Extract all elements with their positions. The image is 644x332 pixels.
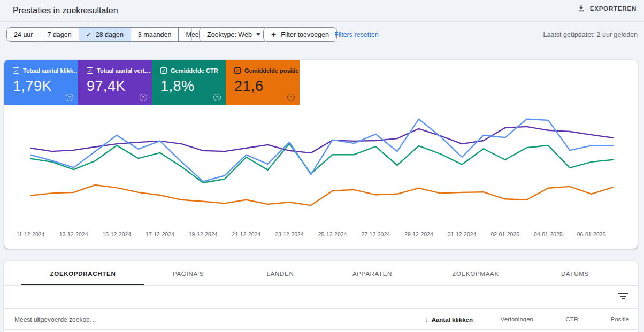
metric-value: 97,4K [87,78,152,95]
x-axis-label: 13-12-2024 [59,231,88,237]
last-updated-text: Laatst geüpdatet: 2 uur geleden [543,31,638,38]
metric-value: 1,8% [160,78,226,95]
x-axis-label: 25-12-2024 [318,231,347,237]
help-icon[interactable]: ? [66,94,73,101]
tab-landen[interactable]: LANDEN [267,261,294,286]
add-filter-chip[interactable]: + Filter toevoegen [263,27,337,42]
x-axis-label: 04-01-2025 [534,231,563,237]
performance-line-chart [4,108,638,231]
checkbox-checked-icon[interactable]: ✓ [87,67,93,74]
x-axis-label: 29-12-2024 [404,231,433,237]
table-header-row: Meest uitgevoerde zoekop… ↓Aantal klikke… [4,309,638,330]
checkbox-checked-icon[interactable]: ✓ [13,67,19,74]
tab-datums[interactable]: DATUMS [561,261,589,286]
x-axis-label: 23-12-2024 [275,231,304,237]
export-label: EXPORTEREN [590,5,637,12]
check-icon: ✓ [86,31,91,38]
chart-line-klikken [30,119,613,181]
help-icon[interactable]: ? [287,94,295,101]
x-axis-label: 31-12-2024 [448,231,477,237]
metric-card-impressions[interactable]: ✓ Totaal aantal vert… 97,4K ? [78,60,152,105]
column-header-impressions[interactable]: Vertoningen [501,316,533,322]
sort-descending-icon: ↓ [425,316,428,323]
metric-card-position[interactable]: ✓ Gemiddelde positie 21,6 ? [226,60,300,105]
chart-line-vertoningen [30,127,613,153]
range-3-maanden[interactable]: 3 maanden [131,28,179,41]
filter-bar: 24 uur 7 dagen ✓ 28 dagen 3 maanden Meer… [0,22,644,47]
metric-value: 1,79K [13,78,78,95]
metric-card-clicks[interactable]: ✓ Totaal aantal klikk… 1,79K ? [4,60,78,105]
x-axis-label: 11-12-2024 [17,231,45,237]
checkbox-checked-icon[interactable]: ✓ [234,67,241,74]
chart-x-axis: 11-12-202413-12-202415-12-202417-12-2024… [4,231,638,240]
plus-icon: + [271,30,276,39]
dimension-tabs: ZOEKOPDRACHTEN PAGINA'S LANDEN APPARATEN… [4,261,638,286]
column-header-clicks[interactable]: ↓Aantal klikken [425,316,473,323]
column-header-position[interactable]: Positie [610,316,629,322]
range-28-dagen[interactable]: ✓ 28 dagen [79,28,131,41]
active-tab-underline [21,284,144,285]
column-header-queries: Meest uitgevoerde zoekop… [14,316,96,323]
date-range-group: 24 uur 7 dagen ✓ 28 dagen 3 maanden Meer [6,27,217,42]
tab-apparaten[interactable]: APPARATEN [352,261,392,286]
range-24-uur[interactable]: 24 uur [7,28,40,41]
x-axis-label: 27-12-2024 [361,231,390,237]
page-title: Prestaties in zoekresultaten [13,6,118,16]
reset-filters-link[interactable]: Filters resetten [334,31,379,38]
x-axis-label: 15-12-2024 [102,231,131,237]
x-axis-label: 17-12-2024 [145,231,174,237]
performance-chart-card: ✓ Totaal aantal klikk… 1,79K ? ✓ Totaal … [4,60,638,249]
top-bar: Prestaties in zoekresultaten EXPORTEREN [0,0,644,22]
chart-line-positie [30,185,613,205]
metric-value: 21,6 [234,78,300,95]
x-axis-label: 21-12-2024 [232,231,260,237]
tab-paginas[interactable]: PAGINA'S [173,261,204,286]
help-icon[interactable]: ? [213,94,221,101]
chart-line-ctr [30,144,613,183]
chevron-down-icon [256,33,260,36]
range-7-dagen[interactable]: 7 dagen [40,28,78,41]
dimensions-table-card: ZOEKOPDRACHTEN PAGINA'S LANDEN APPARATEN… [4,261,638,332]
search-type-chip[interactable]: Zoektype: Web [199,27,269,42]
metric-card-ctr[interactable]: ✓ Gemiddelde CTR 1,8% ? [152,60,226,105]
tab-zoekopdrachten[interactable]: ZOEKOPDRACHTEN [50,261,116,286]
help-icon[interactable]: ? [140,94,147,101]
metric-cards: ✓ Totaal aantal klikk… 1,79K ? ✓ Totaal … [4,60,300,105]
download-icon [577,4,585,12]
export-button[interactable]: EXPORTEREN [577,4,637,12]
column-header-ctr[interactable]: CTR [565,316,578,322]
x-axis-label: 02-01-2025 [490,231,519,237]
tab-zoekopmaak[interactable]: ZOEKOPMAAK [452,261,499,286]
table-toolbar [4,286,638,309]
divider [191,28,192,41]
checkbox-checked-icon[interactable]: ✓ [160,67,167,74]
x-axis-label: 19-12-2024 [189,231,218,237]
filter-list-icon[interactable] [617,293,629,302]
x-axis-label: 06-01-2025 [577,231,606,237]
